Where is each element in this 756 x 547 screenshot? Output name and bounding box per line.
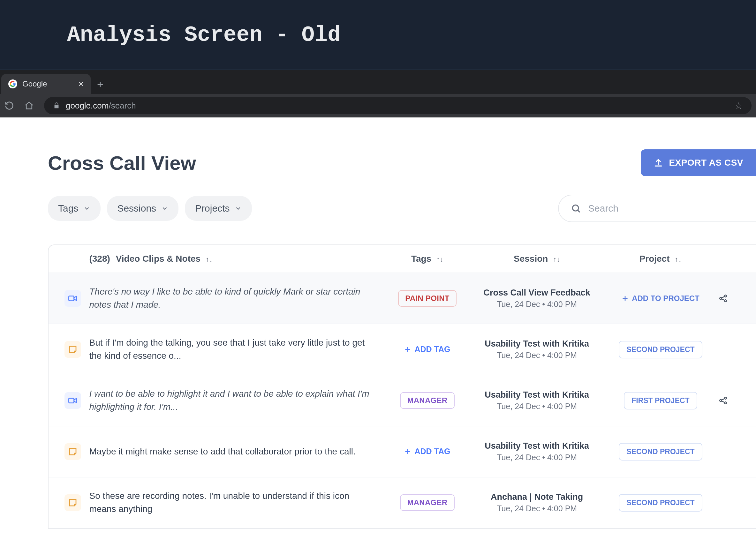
note-icon bbox=[64, 494, 81, 511]
close-tab-icon[interactable]: × bbox=[79, 80, 84, 88]
lock-icon bbox=[53, 102, 60, 109]
session-time: Tue, 24 Dec • 4:00 PM bbox=[471, 402, 603, 411]
note-icon bbox=[64, 341, 81, 358]
add-tag-button[interactable]: ADD TAG bbox=[404, 345, 450, 354]
session-title: Usability Test with Kritika bbox=[471, 339, 603, 349]
home-icon[interactable] bbox=[24, 101, 37, 110]
filter-tags[interactable]: Tags bbox=[48, 196, 101, 221]
note-text: But if I'm doing the talking, you see th… bbox=[89, 336, 370, 362]
filter-projects-label: Projects bbox=[195, 203, 230, 214]
table-row[interactable]: There's no way I like to be able to kind… bbox=[49, 273, 756, 324]
tab-title: Google bbox=[22, 80, 47, 88]
session-time: Tue, 24 Dec • 4:00 PM bbox=[471, 351, 603, 360]
header-project[interactable]: Project ↑↓ bbox=[603, 254, 719, 264]
tag-pill[interactable]: PAIN POINT bbox=[398, 290, 457, 307]
export-csv-label: EXPORT AS CSV bbox=[669, 158, 743, 168]
results-table: (328) Video Clips & Notes ↑↓ Tags ↑↓ Ses… bbox=[48, 245, 756, 529]
chevron-down-icon bbox=[235, 205, 242, 212]
filter-tags-label: Tags bbox=[58, 203, 78, 214]
bookmark-star-icon[interactable]: ☆ bbox=[735, 101, 743, 111]
upload-icon bbox=[654, 158, 663, 168]
header-session[interactable]: Session ↑↓ bbox=[471, 254, 603, 264]
browser-tab[interactable]: Google × bbox=[1, 74, 91, 94]
header-notes[interactable]: (328) Video Clips & Notes ↑↓ bbox=[89, 254, 383, 264]
session-time: Tue, 24 Dec • 4:00 PM bbox=[471, 453, 603, 462]
session-title: Usability Test with Kritika bbox=[471, 390, 603, 400]
browser-tab-strip: Google × + bbox=[0, 70, 756, 94]
project-pill[interactable]: SECOND PROJECT bbox=[619, 341, 702, 358]
table-row[interactable]: Maybe it might make sense to add that co… bbox=[49, 426, 756, 477]
export-csv-button[interactable]: EXPORT AS CSV bbox=[641, 149, 756, 176]
note-text: There's no way I like to be able to kind… bbox=[89, 285, 370, 311]
note-text: I want to be able to highlight it and I … bbox=[89, 387, 370, 413]
sort-icon: ↑↓ bbox=[553, 255, 560, 263]
note-text: So these are recording notes. I'm unable… bbox=[89, 490, 370, 515]
session-title: Anchana | Note Taking bbox=[471, 492, 603, 502]
filter-sessions[interactable]: Sessions bbox=[107, 196, 178, 221]
table-header: (328) Video Clips & Notes ↑↓ Tags ↑↓ Ses… bbox=[49, 245, 756, 273]
new-tab-button[interactable]: + bbox=[91, 75, 110, 94]
note-text: Maybe it might make sense to add that co… bbox=[89, 445, 370, 458]
browser-toolbar: google.com/search ☆ bbox=[0, 94, 756, 118]
note-icon bbox=[64, 443, 81, 460]
page-title: Cross Call View bbox=[48, 152, 196, 174]
chevron-down-icon bbox=[161, 205, 168, 212]
search-placeholder: Search bbox=[588, 203, 618, 214]
url-text: google.com/search bbox=[66, 101, 136, 111]
sort-icon: ↑↓ bbox=[675, 255, 682, 263]
tag-pill[interactable]: MANAGER bbox=[400, 494, 454, 511]
project-pill[interactable]: SECOND PROJECT bbox=[619, 443, 702, 460]
project-pill[interactable]: SECOND PROJECT bbox=[619, 494, 702, 512]
google-favicon-icon bbox=[8, 80, 17, 88]
table-row[interactable]: I want to be able to highlight it and I … bbox=[49, 375, 756, 426]
add-to-project-button[interactable]: ADD TO PROJECT bbox=[622, 294, 699, 303]
session-title: Usability Test with Kritika bbox=[471, 441, 603, 451]
session-title: Cross Call View Feedback bbox=[471, 288, 603, 298]
sort-icon: ↑↓ bbox=[436, 255, 443, 263]
project-pill[interactable]: FIRST PROJECT bbox=[624, 392, 697, 409]
svg-point-0 bbox=[572, 205, 578, 211]
table-row[interactable]: So these are recording notes. I'm unable… bbox=[49, 477, 756, 528]
share-icon[interactable] bbox=[718, 396, 756, 405]
filter-sessions-label: Sessions bbox=[117, 203, 156, 214]
design-banner: Analysis Screen - Old bbox=[0, 0, 756, 70]
session-time: Tue, 24 Dec • 4:00 PM bbox=[471, 300, 603, 309]
search-input[interactable]: Search bbox=[558, 195, 756, 222]
filter-projects[interactable]: Projects bbox=[185, 196, 252, 221]
video-clip-icon bbox=[64, 392, 81, 409]
svg-rect-5 bbox=[69, 398, 74, 403]
chevron-down-icon bbox=[83, 205, 90, 212]
video-clip-icon bbox=[64, 290, 81, 307]
search-icon bbox=[571, 203, 581, 214]
table-row[interactable]: But if I'm doing the talking, you see th… bbox=[49, 324, 756, 375]
banner-title: Analysis Screen - Old bbox=[67, 23, 341, 47]
tag-pill[interactable]: MANAGER bbox=[400, 392, 454, 409]
header-tags[interactable]: Tags ↑↓ bbox=[383, 254, 471, 264]
address-bar[interactable]: google.com/search ☆ bbox=[44, 97, 752, 114]
share-icon[interactable] bbox=[718, 293, 756, 303]
svg-rect-1 bbox=[69, 296, 74, 301]
session-time: Tue, 24 Dec • 4:00 PM bbox=[471, 504, 603, 513]
reload-icon[interactable] bbox=[4, 101, 17, 110]
add-tag-button[interactable]: ADD TAG bbox=[404, 447, 450, 456]
sort-icon: ↑↓ bbox=[206, 255, 213, 263]
